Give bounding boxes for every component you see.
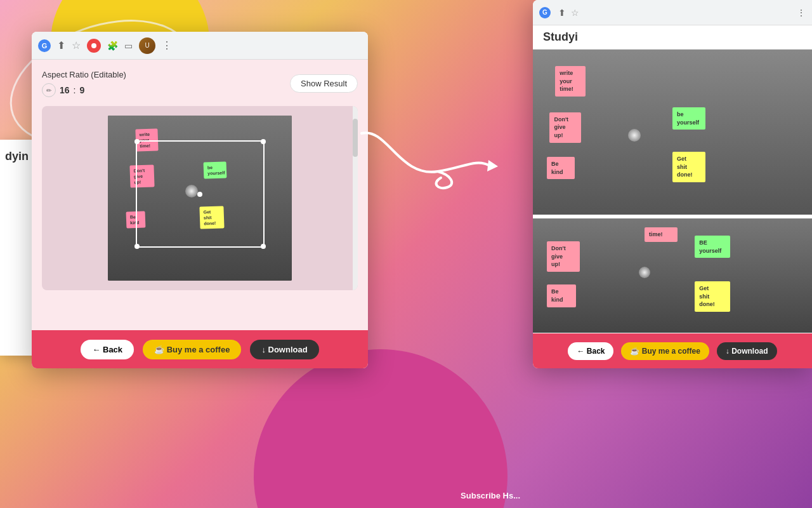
right-sticky-3: beyourself bbox=[672, 107, 705, 130]
crop-handle-center[interactable] bbox=[197, 192, 202, 197]
crop-inner-image: write yourtime! Don'tgiveup! beyourself … bbox=[108, 116, 292, 281]
right-sticky-beyourself: BEyourself bbox=[695, 236, 730, 258]
crop-image-area: write yourtime! Don'tgiveup! beyourself … bbox=[42, 106, 358, 290]
aspect-ratio-bar: Aspect Ratio (Editable) ✏ 16 : 9 Show Re… bbox=[42, 70, 358, 97]
avatar[interactable]: U bbox=[139, 37, 155, 54]
google-icon-right: G bbox=[539, 7, 551, 18]
right-sticky-2: Don'tgiveup! bbox=[549, 112, 581, 143]
ratio-value2[interactable]: 9 bbox=[79, 85, 84, 95]
star-icon[interactable]: ☆ bbox=[72, 39, 81, 51]
right-sticky-4: Bekind bbox=[547, 157, 575, 179]
right-image-bottom: time! Don'tgiveup! BEyourself Bekind Get… bbox=[533, 218, 812, 333]
subscribe-text: Subscribe Hs... bbox=[461, 491, 520, 500]
show-result-button[interactable]: Show Result bbox=[290, 74, 358, 93]
download-button-right[interactable]: ↓ Download bbox=[717, 342, 777, 360]
ratio-value1[interactable]: 16 bbox=[60, 85, 70, 95]
browser-left-bottom: ← Back ☕ Buy me a coffee ↓ Download bbox=[32, 330, 368, 368]
browser-left-toolbar: G ⬆ ☆ 🧩 ▭ U ⋮ bbox=[32, 32, 368, 60]
crop-handle-br[interactable] bbox=[261, 244, 266, 249]
more-icon-right[interactable]: ⋮ bbox=[797, 8, 806, 18]
back-button-right[interactable]: ← Back bbox=[568, 342, 613, 360]
svg-marker-0 bbox=[487, 160, 498, 171]
right-sticky-1: writeyourtime! bbox=[555, 66, 586, 97]
back-button[interactable]: ← Back bbox=[81, 340, 134, 359]
light-reflection-right-bottom bbox=[639, 267, 650, 278]
edit-ratio-icon[interactable]: ✏ bbox=[42, 83, 56, 97]
browser-right: G ⬆ ☆ ⋮ Studyi writeyourtime! Don'tgiveu… bbox=[533, 0, 812, 368]
browser-left: G ⬆ ☆ 🧩 ▭ U ⋮ Aspect Ratio (Editable) ✏ … bbox=[32, 32, 368, 368]
aspect-ratio-inputs: ✏ 16 : 9 bbox=[42, 83, 126, 97]
menu-icon[interactable]: ⋮ bbox=[162, 39, 172, 51]
right-sticky-time: time! bbox=[645, 227, 678, 242]
right-sticky-dontgiveup: Don'tgiveup! bbox=[547, 241, 580, 272]
studyi-label: Studyi bbox=[533, 25, 812, 50]
record-icon[interactable] bbox=[87, 39, 101, 53]
crop-overlay bbox=[136, 140, 265, 248]
browser-right-content: Studyi writeyourtime! Don'tgiveup! beyou… bbox=[533, 25, 812, 333]
right-image-top: writeyourtime! Don'tgiveup! beyourself B… bbox=[533, 50, 812, 215]
browser-left-content: Aspect Ratio (Editable) ✏ 16 : 9 Show Re… bbox=[32, 60, 368, 330]
ratio-separator: : bbox=[74, 85, 76, 95]
share-icon-right[interactable]: ⬆ bbox=[558, 8, 566, 18]
right-sticky-5: Getshitdone! bbox=[672, 152, 705, 182]
crop-handle-bl[interactable] bbox=[134, 244, 140, 249]
crop-handle-tl[interactable] bbox=[134, 139, 140, 144]
star-icon-right[interactable]: ☆ bbox=[571, 8, 579, 18]
puzzle-icon[interactable]: 🧩 bbox=[107, 41, 118, 51]
arrow-container bbox=[349, 114, 508, 210]
right-sticky-getshitdone: Getshitdone! bbox=[695, 281, 730, 312]
aspect-ratio-label: Aspect Ratio (Editable) bbox=[42, 70, 126, 79]
right-sticky-bekind: Bekind bbox=[547, 284, 576, 307]
browser-right-bottom: ← Back ☕ Buy me a coffee ↓ Download bbox=[533, 333, 812, 368]
coffee-button-right[interactable]: ☕ Buy me a coffee bbox=[621, 342, 709, 360]
light-reflection-right-top bbox=[628, 129, 641, 142]
download-button[interactable]: ↓ Download bbox=[250, 340, 318, 359]
crop-handle-tr[interactable] bbox=[261, 139, 266, 144]
window-icon[interactable]: ▭ bbox=[124, 41, 133, 51]
coffee-button[interactable]: ☕ Buy me a coffee bbox=[143, 340, 241, 359]
share-icon[interactable]: ⬆ bbox=[57, 39, 65, 51]
browser-right-toolbar: G ⬆ ☆ ⋮ bbox=[533, 0, 812, 25]
google-icon: G bbox=[38, 39, 51, 52]
arrow-svg bbox=[349, 114, 508, 210]
